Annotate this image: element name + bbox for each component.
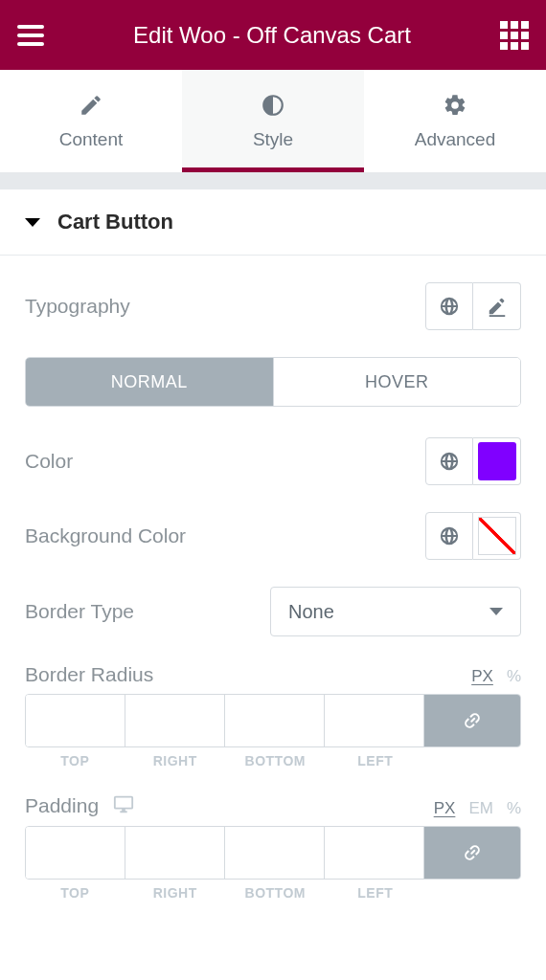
padding-right-input[interactable]: [125, 827, 225, 879]
border-radius-top-input[interactable]: [26, 695, 125, 746]
pencil-icon: [79, 93, 103, 118]
no-color-icon: [478, 517, 516, 555]
header-title: Edit Woo - Off Canvas Cart: [133, 22, 411, 49]
typography-label: Typography: [25, 295, 130, 318]
pencil-icon: [487, 296, 508, 317]
bg-color-swatch-button[interactable]: [473, 512, 521, 560]
section-toggle-cart-button[interactable]: Cart Button: [0, 189, 546, 256]
typography-control: Typography: [25, 282, 521, 330]
tab-advanced-label: Advanced: [415, 129, 496, 150]
border-radius-dim-labels: TOP RIGHT BOTTOM LEFT: [25, 747, 521, 768]
chevron-down-icon: [489, 608, 503, 615]
globe-button[interactable]: [425, 282, 473, 330]
border-type-control: Border Type None: [25, 587, 521, 636]
color-buttons: [425, 437, 521, 485]
tab-content-label: Content: [59, 129, 124, 150]
state-tabs: NORMAL HOVER: [25, 357, 521, 407]
color-control: Color: [25, 437, 521, 485]
dim-label-bottom: BOTTOM: [225, 885, 326, 901]
section-title: Cart Button: [57, 210, 173, 234]
unit-em[interactable]: EM: [468, 799, 493, 818]
bg-color-globe-button[interactable]: [425, 512, 473, 560]
border-radius-right-input[interactable]: [125, 695, 225, 746]
padding-header: Padding PX EM %: [25, 793, 521, 818]
dim-label-left: LEFT: [326, 885, 426, 901]
contrast-icon: [261, 93, 285, 118]
border-type-value: None: [288, 601, 334, 623]
bg-color-buttons: [425, 512, 521, 560]
padding-link-button[interactable]: [424, 827, 520, 879]
dim-label-top: TOP: [25, 753, 125, 768]
divider-strip: [0, 172, 546, 189]
tab-style[interactable]: Style: [182, 70, 364, 172]
globe-icon: [439, 296, 460, 317]
padding-label: Padding: [25, 794, 99, 817]
unit-px[interactable]: PX: [434, 799, 456, 818]
padding-dim-labels: TOP RIGHT BOTTOM LEFT: [25, 880, 521, 901]
gear-icon: [443, 93, 467, 118]
unit-percent[interactable]: %: [507, 667, 521, 686]
dim-label-left: LEFT: [326, 753, 426, 768]
padding-inputs: [25, 826, 521, 880]
dim-label-top: TOP: [25, 885, 125, 901]
bg-color-control: Background Color: [25, 512, 521, 560]
color-globe-button[interactable]: [425, 437, 473, 485]
tab-content[interactable]: Content: [0, 70, 182, 172]
color-label: Color: [25, 450, 73, 473]
color-swatch-button[interactable]: [473, 437, 521, 485]
border-radius-inputs: [25, 694, 521, 747]
border-type-select[interactable]: None: [270, 587, 521, 636]
padding-units: PX EM %: [434, 799, 521, 818]
padding-left-input[interactable]: [325, 827, 424, 879]
border-radius-label: Border Radius: [25, 663, 153, 686]
border-radius-units: PX %: [471, 667, 521, 686]
state-tab-normal[interactable]: NORMAL: [26, 358, 273, 406]
dim-label-bottom: BOTTOM: [225, 753, 326, 768]
desktop-icon[interactable]: [112, 793, 135, 818]
border-radius-link-button[interactable]: [424, 695, 520, 746]
tab-style-label: Style: [253, 129, 293, 150]
menu-icon[interactable]: [17, 25, 44, 46]
padding-bottom-input[interactable]: [225, 827, 325, 879]
tab-advanced[interactable]: Advanced: [364, 70, 546, 172]
editor-tabs: Content Style Advanced: [0, 70, 546, 172]
dim-label-right: RIGHT: [125, 753, 226, 768]
globe-icon: [439, 451, 460, 472]
svg-rect-0: [489, 315, 505, 317]
typography-buttons: [425, 282, 521, 330]
unit-percent[interactable]: %: [507, 799, 521, 818]
border-type-label: Border Type: [25, 600, 134, 623]
border-radius-left-input[interactable]: [325, 695, 424, 746]
dim-label-right: RIGHT: [125, 885, 226, 901]
unit-px[interactable]: PX: [471, 667, 493, 686]
editor-header: Edit Woo - Off Canvas Cart: [0, 0, 546, 70]
border-radius-bottom-input[interactable]: [225, 695, 325, 746]
globe-icon: [439, 525, 460, 546]
color-swatch: [478, 442, 516, 480]
border-radius-header: Border Radius PX %: [25, 663, 521, 686]
caret-down-icon: [25, 218, 40, 227]
padding-top-input[interactable]: [26, 827, 125, 879]
link-icon: [461, 709, 484, 732]
controls-panel: Typography NORMAL HOVER Color Background…: [0, 256, 546, 901]
apps-grid-icon[interactable]: [500, 21, 529, 50]
state-tab-hover[interactable]: HOVER: [273, 358, 521, 406]
bg-color-label: Background Color: [25, 524, 186, 547]
edit-typography-button[interactable]: [473, 282, 521, 330]
link-icon: [461, 841, 484, 864]
